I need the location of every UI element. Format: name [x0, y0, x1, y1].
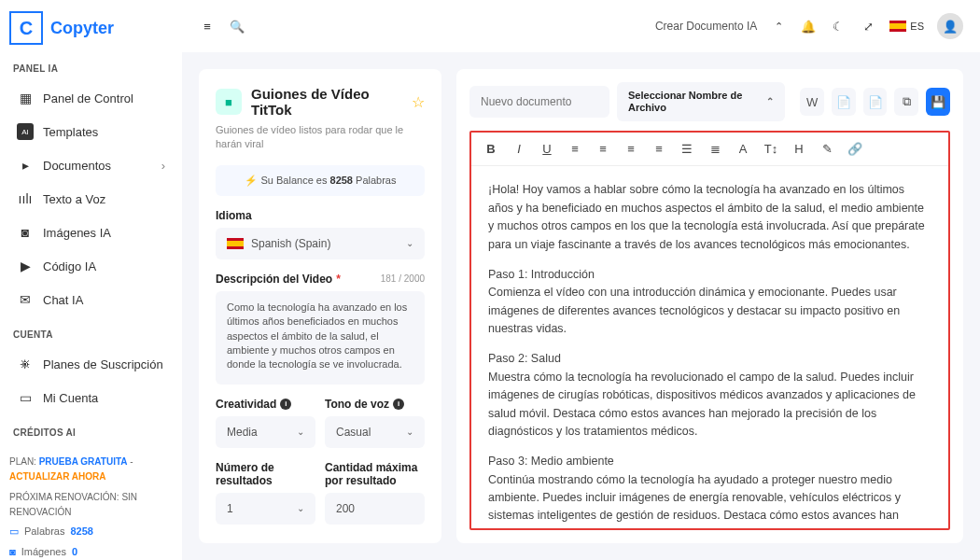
info-icon[interactable]: i: [280, 399, 291, 410]
section-creditos: CRÉDITOS AI: [13, 427, 173, 438]
bold-button[interactable]: B: [483, 142, 499, 156]
nav-panel-control[interactable]: ▦Panel de Control: [9, 81, 173, 115]
favorite-star-icon[interactable]: ☆: [412, 93, 425, 111]
align-left-button[interactable]: ≡: [567, 142, 583, 156]
idioma-label: Idioma: [216, 209, 425, 222]
clean-button[interactable]: ✎: [819, 142, 835, 156]
nav-codigo[interactable]: ▶Código IA: [9, 249, 173, 283]
desc-textarea[interactable]: Como la tecnología ha avanzado en los úl…: [216, 291, 425, 385]
menu-icon[interactable]: ≡: [199, 18, 216, 35]
editor-frame: B I U ≡ ≡ ≡ ≡ ☰ ≣ A T↕ H ✎ 🔗: [469, 131, 950, 530]
font-size-button[interactable]: T↕: [763, 142, 779, 156]
export-pdf-button[interactable]: 📄: [832, 88, 856, 116]
nav-label: Imágenes IA: [43, 226, 111, 240]
section-panel-ia: PANEL IA: [13, 63, 173, 74]
copy-button[interactable]: ⧉: [894, 88, 918, 116]
underline-button[interactable]: U: [539, 142, 555, 156]
search-icon[interactable]: 🔍: [229, 18, 245, 35]
logo[interactable]: C Copyter: [9, 11, 173, 45]
info-icon[interactable]: i: [393, 399, 404, 410]
dashboard-icon: ▦: [17, 90, 34, 106]
user-icon: 👤: [943, 20, 958, 34]
align-center-button[interactable]: ≡: [595, 142, 611, 156]
topbar: ≡ 🔍 Crear Documento IA ⌃ 🔔 ☾ ⤢ ES 👤: [182, 0, 980, 52]
language-selector[interactable]: ES: [889, 21, 924, 32]
avatar[interactable]: 👤: [937, 13, 963, 39]
fullscreen-icon[interactable]: ⤢: [860, 18, 876, 35]
italic-button[interactable]: I: [511, 142, 527, 156]
panel-title: Guiones de Vídeo TitTok: [251, 86, 402, 118]
cantmax-label: Cantidad máxima por resultado: [325, 461, 425, 487]
nav-templates[interactable]: AITemplates: [9, 115, 173, 148]
export-txt-button[interactable]: 📄: [863, 88, 888, 116]
idioma-select[interactable]: Spanish (Spain)⌄: [216, 228, 425, 259]
nav-texto-voz[interactable]: ıılıTexto a Voz: [9, 182, 173, 216]
flag-es-icon: [227, 238, 244, 249]
tono-label: Tono de vozi: [325, 398, 425, 411]
tono-select[interactable]: Casual⌄: [325, 416, 425, 448]
create-doc-link[interactable]: Crear Documento IA: [655, 20, 757, 33]
nav-documentos[interactable]: ▸Documentos›: [9, 148, 173, 182]
align-right-button[interactable]: ≡: [623, 142, 639, 156]
doc-name-input[interactable]: [469, 86, 609, 118]
nav-label: Mi Cuenta: [43, 391, 98, 405]
ordered-list-button[interactable]: ☰: [679, 142, 695, 156]
nav-label: Planes de Suscripción: [43, 357, 163, 371]
paragraph: Paso 1: IntroducciónComienza el vídeo co…: [488, 266, 931, 339]
moon-icon[interactable]: ☾: [830, 18, 847, 35]
logo-icon: C: [9, 11, 43, 45]
export-word-button[interactable]: W: [800, 88, 824, 116]
video-script-icon: ■: [216, 89, 242, 115]
renewal-text: PRÓXIMA RENOVACIÓN: SIN RENOVACIÓN: [9, 490, 173, 520]
nav-imagenes[interactable]: ◙Imágenes IA: [9, 216, 173, 249]
documents-icon: ▸: [17, 157, 34, 174]
words-stat: ▭Palabras 8258: [9, 524, 173, 540]
numres-label: Número de resultados: [216, 461, 315, 487]
chevron-down-icon: ⌄: [406, 238, 413, 248]
creatividad-select[interactable]: Media⌄: [216, 416, 315, 448]
nav-label: Código IA: [43, 259, 96, 273]
chevron-right-icon: ›: [161, 159, 165, 173]
link-button[interactable]: 🔗: [847, 142, 863, 156]
plan-name[interactable]: PRUEBA GRATUITA: [39, 456, 128, 467]
balance-box: ⚡Su Balance es 8258 Palabras: [216, 165, 425, 196]
chevron-up-icon[interactable]: ⌃: [770, 18, 787, 35]
numres-select[interactable]: 1⌄: [216, 493, 315, 525]
chevron-down-icon: ⌄: [297, 427, 304, 437]
upgrade-link[interactable]: ACTUALIZAR AHORA: [9, 471, 106, 482]
editor-body[interactable]: ¡Hola! Hoy vamos a hablar sobre cómo la …: [471, 166, 948, 528]
cantmax-input[interactable]: 200: [325, 493, 425, 525]
flag-es-icon: [889, 21, 906, 32]
words-icon: ▭: [9, 524, 19, 540]
heading-button[interactable]: H: [791, 142, 807, 156]
align-justify-button[interactable]: ≡: [651, 142, 667, 156]
doc-file-select[interactable]: Seleccionar Nombre de Archivo⌃: [617, 82, 785, 121]
unordered-list-button[interactable]: ≣: [707, 142, 723, 156]
bell-icon[interactable]: 🔔: [800, 18, 817, 35]
paragraph: Paso 2: SaludMuestra cómo la tecnología …: [488, 350, 931, 441]
chat-icon: ✉: [17, 291, 34, 308]
nav-label: Panel de Control: [43, 91, 133, 105]
nav-chat[interactable]: ✉Chat IA: [9, 283, 173, 316]
images-stat-icon: ◙: [9, 544, 16, 560]
voice-icon: ıılı: [17, 190, 34, 207]
format-toolbar: B I U ≡ ≡ ≡ ≡ ☰ ≣ A T↕ H ✎ 🔗: [471, 133, 948, 166]
images-icon: ◙: [17, 224, 34, 241]
save-button[interactable]: 💾: [926, 88, 950, 116]
panel-subtitle: Guiones de vídeo listos para rodar que l…: [216, 123, 425, 152]
desc-label: Descripción del Video*181 / 2000: [216, 273, 425, 286]
font-button[interactable]: A: [735, 142, 751, 156]
nav-label: Documentos: [43, 159, 111, 173]
nav-cuenta[interactable]: ▭Mi Cuenta: [9, 381, 173, 414]
nav-label: Templates: [43, 125, 98, 139]
chevron-down-icon: ⌄: [297, 503, 304, 513]
templates-icon: AI: [17, 123, 34, 140]
subscription-icon: ⛯: [17, 356, 34, 372]
bolt-icon: ⚡: [245, 175, 258, 186]
paragraph: Paso 3: Medio ambienteContinúa mostrando…: [488, 453, 931, 528]
logo-text: Copyter: [50, 19, 114, 38]
code-icon: ▶: [17, 258, 34, 274]
nav-planes[interactable]: ⛯Planes de Suscripción: [9, 347, 173, 381]
char-count: 181 / 2000: [381, 273, 425, 284]
doc-toolbar: Seleccionar Nombre de Archivo⌃ W 📄 📄 ⧉ 💾: [469, 82, 950, 121]
